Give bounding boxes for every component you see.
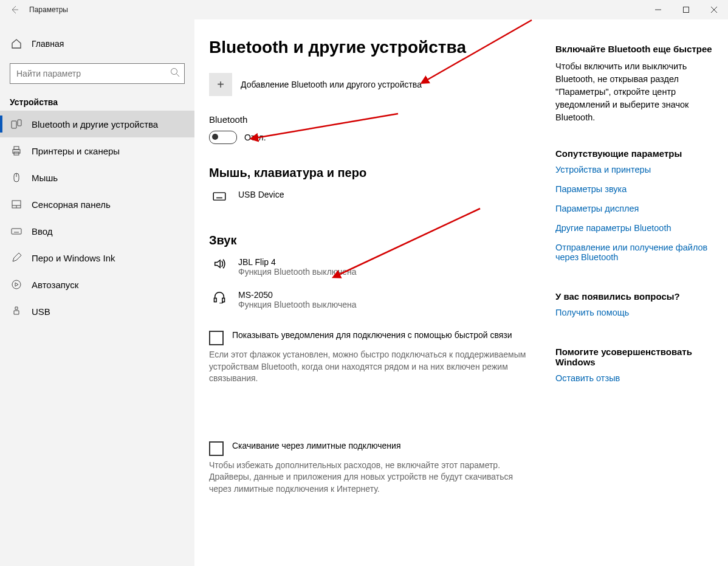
headset-icon bbox=[211, 290, 227, 303]
svg-rect-24 bbox=[214, 298, 216, 302]
questions-heading: У вас появились вопросы? bbox=[555, 291, 713, 302]
device-name: USB Device bbox=[238, 190, 284, 199]
feedback-link[interactable]: Оставить отзыв bbox=[555, 373, 713, 383]
sidebar-item-3[interactable]: Сенсорная панель bbox=[0, 191, 194, 218]
back-button[interactable] bbox=[0, 0, 29, 19]
metered-desc: Чтобы избежать дополнительных расходов, … bbox=[209, 460, 531, 495]
sidebar-item-label: Перо и Windows Ink bbox=[32, 253, 115, 263]
svg-rect-0 bbox=[684, 7, 689, 13]
feedback-heading: Помогите усовершенствовать Windows bbox=[555, 347, 713, 367]
sidebar-item-0[interactable]: Bluetooth и другие устройства bbox=[0, 111, 194, 137]
maximize-icon bbox=[683, 7, 689, 13]
related-link[interactable]: Другие параметры Bluetooth bbox=[555, 223, 713, 233]
sidebar-item-5[interactable]: Перо и Windows Ink bbox=[0, 244, 194, 271]
mouse-icon bbox=[11, 172, 22, 183]
sidebar-item-7[interactable]: USB bbox=[0, 298, 194, 325]
bluetooth-toggle[interactable] bbox=[209, 131, 237, 144]
metered-checkbox[interactable] bbox=[209, 441, 224, 456]
sidebar-item-label: Мышь bbox=[32, 173, 58, 183]
related-link[interactable]: Устройства и принтеры bbox=[555, 165, 713, 174]
tip-heading: Включайте Bluetooth еще быстрее bbox=[555, 44, 713, 54]
svg-point-17 bbox=[12, 280, 21, 289]
sidebar-item-2[interactable]: Мышь bbox=[0, 164, 194, 191]
typing-icon bbox=[11, 226, 22, 236]
main-content: Bluetooth и другие устройства + Добавлен… bbox=[194, 19, 555, 566]
swift-pair-desc: Если этот флажок установлен, можно быстр… bbox=[209, 349, 531, 385]
related-link[interactable]: Параметры дисплея bbox=[555, 204, 713, 213]
svg-rect-18 bbox=[213, 193, 225, 200]
related-heading: Сопутствующие параметры bbox=[555, 148, 713, 159]
device-name: JBL Flip 4 bbox=[238, 257, 357, 267]
help-link[interactable]: Получить помощь bbox=[555, 308, 713, 317]
arrow-left-icon bbox=[10, 5, 19, 15]
minimize-icon bbox=[655, 7, 661, 13]
section-input-title: Мышь, клавиатура и перо bbox=[209, 166, 531, 180]
usb-icon bbox=[11, 306, 22, 317]
speaker-icon bbox=[211, 257, 227, 271]
page-title: Bluetooth и другие устройства bbox=[209, 38, 531, 57]
home-label: Главная bbox=[32, 39, 64, 49]
plus-icon: + bbox=[209, 73, 232, 96]
minimize-button[interactable] bbox=[644, 0, 672, 19]
device-row[interactable]: MS-2050Функция Bluetooth выключена bbox=[209, 290, 531, 309]
autoplay-icon bbox=[11, 279, 22, 290]
svg-rect-5 bbox=[14, 147, 19, 150]
sidebar-item-label: Bluetooth и другие устройства bbox=[32, 119, 158, 129]
svg-rect-3 bbox=[18, 120, 21, 126]
sidebar-item-4[interactable]: Ввод bbox=[0, 218, 194, 244]
keyboard-icon bbox=[211, 190, 227, 203]
device-row[interactable]: USB Device bbox=[209, 190, 531, 203]
add-device-label: Добавление Bluetooth или другого устройс… bbox=[241, 80, 422, 89]
sidebar-item-label: Ввод bbox=[32, 226, 53, 236]
swift-pair-checkbox[interactable] bbox=[209, 331, 224, 345]
sidebar-item-1[interactable]: Принтеры и сканеры bbox=[0, 137, 194, 164]
maximize-button[interactable] bbox=[672, 0, 700, 19]
sidebar-item-6[interactable]: Автозапуск bbox=[0, 271, 194, 298]
svg-rect-25 bbox=[222, 298, 225, 302]
svg-rect-2 bbox=[12, 121, 16, 128]
search-icon bbox=[170, 67, 180, 77]
search-input[interactable] bbox=[10, 63, 185, 84]
svg-point-1 bbox=[171, 69, 177, 75]
sidebar-item-label: USB bbox=[32, 306, 50, 317]
sidebar-item-label: Сенсорная панель bbox=[32, 199, 111, 210]
related-link[interactable]: Параметры звука bbox=[555, 184, 713, 194]
sidebar-item-label: Автозапуск bbox=[32, 280, 78, 290]
bluetooth-label: Bluetooth bbox=[209, 114, 531, 125]
device-row[interactable]: JBL Flip 4Функция Bluetooth выключена bbox=[209, 257, 531, 277]
titlebar: Параметры bbox=[0, 0, 728, 19]
device-status: Функция Bluetooth выключена bbox=[238, 300, 357, 309]
home-icon bbox=[11, 38, 22, 49]
sidebar-group-title: Устройства bbox=[0, 84, 194, 111]
pen-icon bbox=[11, 252, 22, 263]
bluetooth-state: Откл. bbox=[244, 133, 266, 142]
device-status: Функция Bluetooth выключена bbox=[238, 267, 357, 277]
right-panel: Включайте Bluetooth еще быстрее Чтобы вк… bbox=[555, 19, 728, 566]
close-button[interactable] bbox=[700, 0, 728, 19]
section-audio-title: Звук bbox=[209, 233, 531, 247]
sidebar-item-label: Принтеры и сканеры bbox=[32, 146, 120, 156]
window-title: Параметры bbox=[29, 5, 68, 14]
printer-icon bbox=[11, 145, 22, 156]
devices-icon bbox=[11, 119, 22, 129]
close-icon bbox=[711, 7, 717, 13]
metered-label: Скачивание через лимитные подключения bbox=[232, 441, 400, 450]
device-name: MS-2050 bbox=[238, 290, 357, 300]
sidebar: Главная Устройства Bluetooth и другие ус… bbox=[0, 19, 194, 566]
related-link[interactable]: Отправление или получение файлов через B… bbox=[555, 243, 713, 262]
swift-pair-label: Показывать уведомления для подключения с… bbox=[232, 330, 512, 340]
svg-rect-12 bbox=[12, 229, 21, 234]
home-nav[interactable]: Главная bbox=[0, 32, 194, 56]
touchpad-icon bbox=[11, 199, 22, 210]
add-device-button[interactable]: + Добавление Bluetooth или другого устро… bbox=[209, 73, 531, 96]
tip-text: Чтобы включить или выключить Bluetooth, … bbox=[555, 60, 713, 124]
